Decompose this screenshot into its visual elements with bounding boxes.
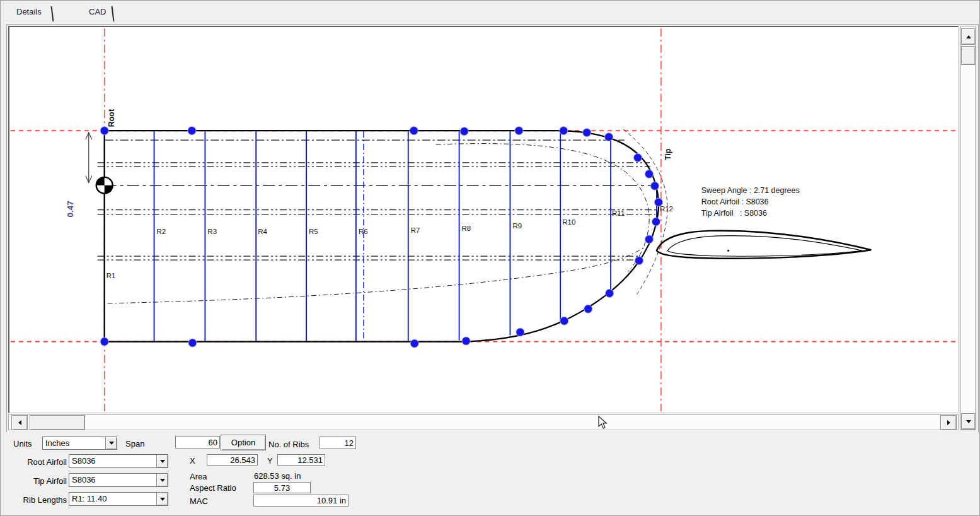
horizontal-scrollbar[interactable] bbox=[8, 414, 959, 430]
y-label: Y bbox=[267, 456, 273, 466]
scroll-right-button[interactable] bbox=[940, 415, 957, 430]
root-airfoil-value: S8036 bbox=[69, 455, 156, 467]
rib-label: R6 bbox=[359, 228, 368, 235]
chevron-down-icon bbox=[160, 479, 165, 482]
cg-dimension-arrow bbox=[86, 132, 92, 183]
spar-lines bbox=[98, 129, 667, 303]
option-button-label: Option bbox=[231, 438, 255, 447]
aspect-ratio-input[interactable] bbox=[253, 482, 311, 493]
area-value: 628.53 sq. in bbox=[254, 471, 301, 481]
scroll-right-icon bbox=[947, 420, 950, 425]
app-window: Details CAD bbox=[0, 0, 980, 516]
rib-label: R9 bbox=[512, 222, 522, 230]
y-input[interactable] bbox=[277, 454, 325, 466]
units-combobox[interactable]: Inches bbox=[42, 437, 117, 450]
tab-separator bbox=[51, 6, 54, 21]
option-button[interactable]: Option bbox=[221, 435, 266, 450]
root-edge-label: Root bbox=[107, 109, 116, 127]
tip-edge-label: Tip bbox=[664, 148, 672, 160]
rib-label: R8 bbox=[462, 225, 471, 232]
scroll-down-icon bbox=[966, 420, 971, 423]
rib-label: R4 bbox=[258, 228, 267, 235]
mac-input[interactable] bbox=[253, 495, 349, 507]
rib-label: R1 bbox=[107, 272, 116, 279]
cg-dimension-value: 0.47 bbox=[66, 201, 75, 217]
red-guide-lines bbox=[11, 28, 957, 411]
annotation-root-airfoil: Root Airfoil : S8036 bbox=[701, 197, 769, 206]
num-ribs-label: No. of Ribs bbox=[268, 440, 309, 449]
rib-lengths-label: Rib Lengths bbox=[7, 495, 67, 505]
airfoil-center-dot bbox=[727, 250, 729, 252]
x-input[interactable] bbox=[207, 454, 258, 466]
rib-label: R5 bbox=[309, 228, 318, 235]
mac-label: MAC bbox=[190, 496, 208, 506]
scroll-left-button[interactable] bbox=[11, 415, 28, 430]
tab-details-label: Details bbox=[16, 7, 42, 16]
rib-lengths-value: R1: 11.40 bbox=[69, 493, 156, 505]
rib-label: R2 bbox=[157, 228, 166, 235]
horizontal-scroll-thumb[interactable] bbox=[30, 415, 85, 430]
tip-airfoil-value: S8036 bbox=[69, 474, 156, 486]
parameter-panel: Units Inches Span Option No. of Ribs Roo… bbox=[1, 432, 979, 515]
chevron-down-icon bbox=[160, 460, 165, 463]
tab-separator bbox=[112, 6, 115, 21]
annotation-sweep: Sweep Angle : 2.71 degrees bbox=[701, 186, 800, 195]
rib-label: R3 bbox=[207, 228, 217, 235]
scroll-up-icon bbox=[966, 35, 971, 38]
tip-airfoil-combobox[interactable]: S8036 bbox=[69, 473, 168, 487]
chevron-down-icon bbox=[109, 442, 114, 445]
span-label: Span bbox=[125, 439, 144, 449]
tab-cad-label: CAD bbox=[89, 7, 106, 16]
root-airfoil-combobox[interactable]: S8036 bbox=[69, 454, 168, 468]
tab-cad[interactable]: CAD bbox=[89, 7, 106, 22]
rib-label: R11 bbox=[612, 209, 625, 217]
span-input[interactable] bbox=[175, 436, 220, 449]
num-ribs-input[interactable] bbox=[320, 437, 356, 449]
rib-label: R7 bbox=[411, 226, 420, 234]
rib-label: R10 bbox=[562, 218, 575, 226]
rib-labels: R1 R2 R3 R4 R5 R6 R7 R8 R9 R10 R11 R12 bbox=[107, 205, 673, 279]
cad-canvas[interactable]: 0.47 Root Tip R1 R2 R3 R4 R5 R6 R7 R8 R9… bbox=[8, 26, 959, 413]
aspect-ratio-label: Aspect Ratio bbox=[190, 483, 236, 493]
units-value: Inches bbox=[43, 437, 105, 449]
scroll-down-button[interactable] bbox=[961, 413, 976, 430]
wing-drawing: 0.47 Root Tip R1 R2 R3 R4 R5 R6 R7 R8 R9… bbox=[9, 27, 958, 413]
vertical-scroll-thumb[interactable] bbox=[961, 46, 976, 65]
chevron-down-icon bbox=[160, 498, 165, 501]
cg-symbol-icon bbox=[96, 177, 113, 194]
vertical-scrollbar[interactable] bbox=[960, 26, 976, 430]
scroll-up-button[interactable] bbox=[961, 28, 976, 45]
tip-airfoil-label: Tip Airfoil bbox=[7, 476, 67, 486]
units-label: Units bbox=[13, 439, 32, 449]
x-label: X bbox=[190, 456, 195, 466]
area-label: Area bbox=[190, 472, 207, 481]
tab-bar: Details CAD bbox=[1, 1, 979, 25]
airfoil-profile bbox=[657, 231, 871, 259]
tab-details[interactable]: Details bbox=[16, 7, 42, 22]
rib-lengths-combobox[interactable]: R1: 11.40 bbox=[69, 492, 168, 506]
scroll-left-icon bbox=[18, 420, 21, 425]
outline-dots bbox=[100, 127, 662, 348]
rib-label: R12 bbox=[660, 205, 673, 213]
annotation-tip-airfoil: Tip Airfoil : S8036 bbox=[701, 209, 767, 218]
annotation-text: Sweep Angle : 2.71 degrees Root Airfoil … bbox=[701, 186, 800, 218]
root-airfoil-label: Root Airfoil bbox=[7, 457, 67, 467]
